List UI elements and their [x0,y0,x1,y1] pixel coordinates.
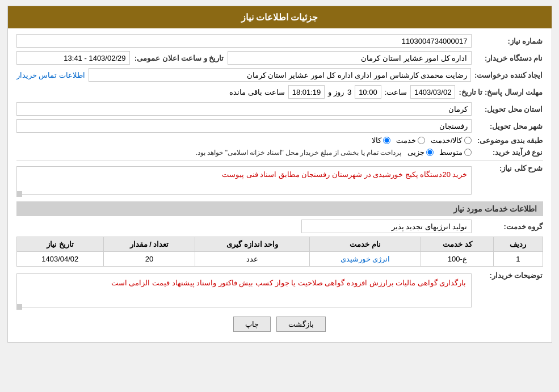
cell-unit: عدد [195,252,310,267]
purchase-type-label: نوع فرآیند خرید: [475,148,543,157]
org-name-value: اداره کل امور عشایر استان کرمان [228,51,472,65]
deadline-time: 10:00 [355,85,381,99]
announce-value: 1403/02/29 - 13:41 [16,51,130,65]
resize-handle[interactable] [16,191,22,197]
notes-resize-handle[interactable] [16,304,22,310]
created-by-label: ایجاد کننده درخواست: [474,71,543,79]
category-service-label: خدمت [396,136,416,145]
deadline-label: مهلت ارسال پاسخ: تا تاریخ: [459,88,543,96]
deadline-remaining-time: 18:01:19 [288,85,325,99]
deadline-time-label: ساعت: [385,88,407,96]
back-button[interactable]: بازگشت [276,317,326,332]
col-quantity: تعداد / مقدار [104,237,195,252]
org-name-label: نام دستگاه خریدار: [475,54,543,62]
province-value: کرمان [16,102,472,116]
col-unit: واحد اندازه گیری [195,237,310,252]
cell-row-num: 1 [494,252,543,267]
buyer-notes-label: توضیحات خریدار: [475,271,543,280]
category-goods-service-label: کالا/خدمت [431,136,463,145]
request-number-label: شماره نیاز: [475,37,543,45]
col-request-date: تاریخ نیاز [16,237,104,252]
purchase-medium-label: متوسط [439,148,463,157]
cell-request-date: 1403/04/02 [16,252,104,267]
page-title: جزئیات اطلاعات نیاز [8,6,552,28]
buttons-row: بازگشت چاپ [16,317,543,332]
category-service-radio[interactable] [418,137,425,144]
deadline-remaining-days: 3 [347,88,351,96]
cell-quantity: 20 [104,252,195,267]
print-button[interactable]: چاپ [233,317,271,332]
service-group-label: گروه خدمت: [475,222,543,231]
province-label: استان محل تحویل: [475,105,543,113]
purchase-partial-option[interactable]: جزیی [407,148,434,157]
category-goods-service-radio[interactable] [464,137,472,144]
category-goods-service-option[interactable]: کالا/خدمت [431,136,472,145]
contact-link[interactable]: اطلاعات تماس خریدار [16,71,85,79]
purchase-medium-option[interactable]: متوسط [439,148,472,157]
services-section-title: اطلاعات خدمات مورد نیاز [16,201,543,216]
description-value: خرید 20دستگاه پکیج خورشیدی در شهرستان رف… [16,166,472,195]
purchase-medium-radio[interactable] [464,149,472,156]
purchase-partial-radio[interactable] [426,149,434,156]
request-number-value: 1103004734000017 [16,34,472,48]
buyer-notes-value: بارگذاری گواهی مالیات برارزش افزوده گواه… [16,273,472,307]
deadline-remaining-suffix: ساعت باقی مانده [229,88,284,96]
purchase-partial-label: جزیی [407,148,424,157]
created-by-value: رضایت محمدی کارشناس امور اداری اداره کل … [89,68,471,82]
services-table: ردیف کد خدمت نام خدمت واحد اندازه گیری ت… [16,237,543,267]
city-label: شهر محل تحویل: [475,122,543,130]
category-goods-radio[interactable] [383,137,390,144]
category-label: طبقه بندی موضوعی: [475,136,543,145]
deadline-date: 1403/03/02 [410,85,455,99]
table-row: 1 ع-100 انرژی خورشیدی عدد 20 1403/04/02 [16,252,543,267]
cell-service-name: انرژی خورشیدی [310,252,421,267]
category-radio-group: کالا/خدمت خدمت کالا [372,136,472,145]
service-group-value: تولید انرژیهای تجدید پذیر [301,220,472,233]
category-goods-label: کالا [372,136,381,145]
deadline-remaining-label: روز و [328,88,344,96]
cell-service-code: ع-100 [421,252,494,267]
col-service-name: نام خدمت [310,237,421,252]
col-row-num: ردیف [494,237,543,252]
purchase-type-note: پرداخت تمام یا بخشی از مبلغ خریدار محل "… [196,149,402,157]
category-service-option[interactable]: خدمت [396,136,425,145]
description-label: شرح کلی نیاز: [475,164,543,172]
purchase-type-group: متوسط جزیی [407,148,472,157]
category-goods-option[interactable]: کالا [372,136,390,145]
announce-label: تاریخ و ساعت اعلان عمومی: [133,54,224,62]
col-service-code: کد خدمت [421,237,494,252]
city-value: رفسنجان [16,119,472,133]
